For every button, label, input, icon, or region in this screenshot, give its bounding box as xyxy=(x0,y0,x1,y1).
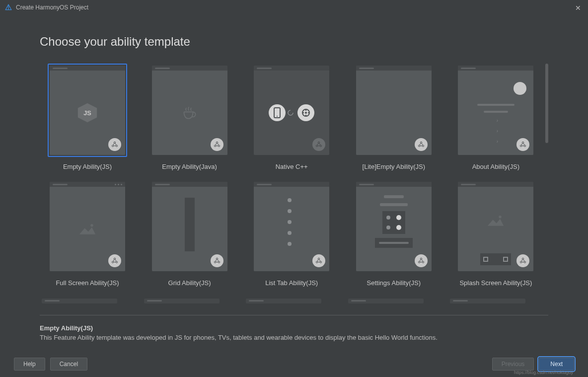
template-card-native-cpp[interactable]: Native C++ xyxy=(244,64,339,171)
image-icon xyxy=(78,222,96,236)
template-card-empty-js[interactable]: JS Empty Ability(JS) xyxy=(40,64,135,171)
svg-point-25 xyxy=(216,258,218,260)
svg-point-24 xyxy=(116,261,117,263)
template-card-list-tab-js[interactable]: List Tab Ability(JS) xyxy=(244,180,339,287)
svg-point-4 xyxy=(116,145,117,147)
svg-point-15 xyxy=(420,142,422,143)
template-card-peek[interactable] xyxy=(142,297,237,306)
phone-icon xyxy=(269,104,286,121)
share-badge-icon xyxy=(516,254,529,267)
svg-point-36 xyxy=(520,261,522,263)
svg-point-13 xyxy=(316,145,318,147)
window: Create HarmonyOS Project ✕ Choose your a… xyxy=(0,0,588,377)
svg-point-22 xyxy=(114,258,115,260)
svg-point-31 xyxy=(420,258,422,260)
cancel-button[interactable]: Cancel xyxy=(50,358,87,371)
svg-point-37 xyxy=(524,261,526,263)
template-card-splash-js[interactable]: Splash Screen Ability(JS) xyxy=(448,180,543,287)
svg-point-27 xyxy=(218,261,220,263)
details-title: Empty Ability(JS) xyxy=(40,324,548,332)
svg-point-18 xyxy=(522,142,524,143)
avatar-icon xyxy=(514,82,526,95)
car-icon xyxy=(297,104,314,121)
template-card-peek[interactable] xyxy=(40,297,135,306)
svg-point-2 xyxy=(114,142,115,143)
svg-point-14 xyxy=(320,145,322,147)
java-coffee-icon xyxy=(180,103,200,123)
svg-point-30 xyxy=(320,261,322,263)
svg-point-5 xyxy=(216,142,218,143)
template-label: Splash Screen Ability(JS) xyxy=(459,279,532,287)
svg-text:JS: JS xyxy=(83,109,91,117)
help-button[interactable]: Help xyxy=(14,358,45,371)
svg-point-35 xyxy=(522,258,524,260)
template-card-settings-js[interactable]: Settings Ability(JS) xyxy=(346,180,441,287)
titlebar: Create HarmonyOS Project ✕ xyxy=(0,0,588,15)
svg-point-16 xyxy=(418,145,420,147)
template-label: [Lite]Empty Ability(JS) xyxy=(363,163,425,170)
footer: Help Cancel Previous Next https://blog.c… xyxy=(0,351,588,377)
template-label: About Ability(JS) xyxy=(472,163,519,170)
svg-point-3 xyxy=(112,145,113,147)
window-title: Create HarmonyOS Project xyxy=(16,4,88,11)
template-label: Empty Ability(JS) xyxy=(63,163,112,170)
template-card-about-js[interactable]: › › › About Ability(JS) xyxy=(448,64,543,171)
content-area: Choose your ability template JS Empty Ab… xyxy=(0,15,588,309)
image-icon xyxy=(487,213,505,228)
share-badge-icon xyxy=(516,138,529,151)
svg-point-6 xyxy=(214,145,216,147)
svg-point-12 xyxy=(318,142,320,143)
svg-point-7 xyxy=(218,145,220,147)
share-badge-icon xyxy=(211,138,223,151)
native-icons xyxy=(269,104,314,121)
svg-point-29 xyxy=(316,261,318,263)
gallery-scrollbar[interactable] xyxy=(545,64,548,309)
share-badge-icon xyxy=(211,254,223,267)
template-label: Grid Ability(JS) xyxy=(168,279,211,287)
grid-preview xyxy=(185,198,195,251)
details-description: This Feature Ability template was develo… xyxy=(40,334,548,341)
share-badge-icon xyxy=(415,138,428,151)
template-card-empty-java[interactable]: Empty Ability(Java) xyxy=(142,64,237,171)
template-card-fullscreen-js[interactable]: Full Screen Ability(JS) xyxy=(40,180,135,287)
share-badge-icon xyxy=(108,254,121,267)
share-badge-icon xyxy=(312,254,325,267)
page-title: Choose your ability template xyxy=(40,35,548,49)
svg-point-28 xyxy=(318,258,320,260)
watermark: https://blog.csdn.net/nokiaguy xyxy=(514,370,573,375)
template-gallery: JS Empty Ability(JS) E xyxy=(40,64,545,309)
template-card-peek[interactable] xyxy=(244,297,339,306)
share-badge-icon xyxy=(108,138,121,151)
svg-point-33 xyxy=(422,261,424,263)
close-icon[interactable]: ✕ xyxy=(575,4,581,12)
svg-point-23 xyxy=(112,261,113,263)
share-badge-icon xyxy=(312,138,325,151)
template-card-lite-empty-js[interactable]: [Lite]Empty Ability(JS) xyxy=(346,64,441,171)
svg-point-19 xyxy=(520,145,522,147)
svg-point-26 xyxy=(214,261,216,263)
svg-point-32 xyxy=(418,261,420,263)
template-card-peek[interactable] xyxy=(346,297,441,306)
previous-button: Previous xyxy=(492,358,534,371)
svg-point-21 xyxy=(90,224,93,226)
svg-point-17 xyxy=(422,145,424,147)
svg-point-9 xyxy=(277,116,278,117)
svg-point-20 xyxy=(524,145,526,147)
next-button[interactable]: Next xyxy=(539,358,574,371)
template-label: List Tab Ability(JS) xyxy=(265,279,318,287)
svg-point-11 xyxy=(305,112,307,114)
sync-icon xyxy=(288,109,295,117)
bottom-nav-preview xyxy=(480,253,511,265)
template-card-grid-js[interactable]: Grid Ability(JS) xyxy=(142,180,237,287)
template-label: Full Screen Ability(JS) xyxy=(56,279,119,287)
template-label: Empty Ability(Java) xyxy=(162,163,217,170)
details-section: Empty Ability(JS) This Feature Ability t… xyxy=(0,315,588,351)
js-icon: JS xyxy=(75,101,99,125)
app-logo-icon xyxy=(5,4,12,11)
gallery-wrap: JS Empty Ability(JS) E xyxy=(40,64,548,309)
template-label: Settings Ability(JS) xyxy=(367,279,421,287)
svg-point-34 xyxy=(499,216,502,218)
template-label: Native C++ xyxy=(276,163,308,170)
template-card-peek[interactable] xyxy=(448,297,543,306)
share-badge-icon xyxy=(415,254,428,267)
